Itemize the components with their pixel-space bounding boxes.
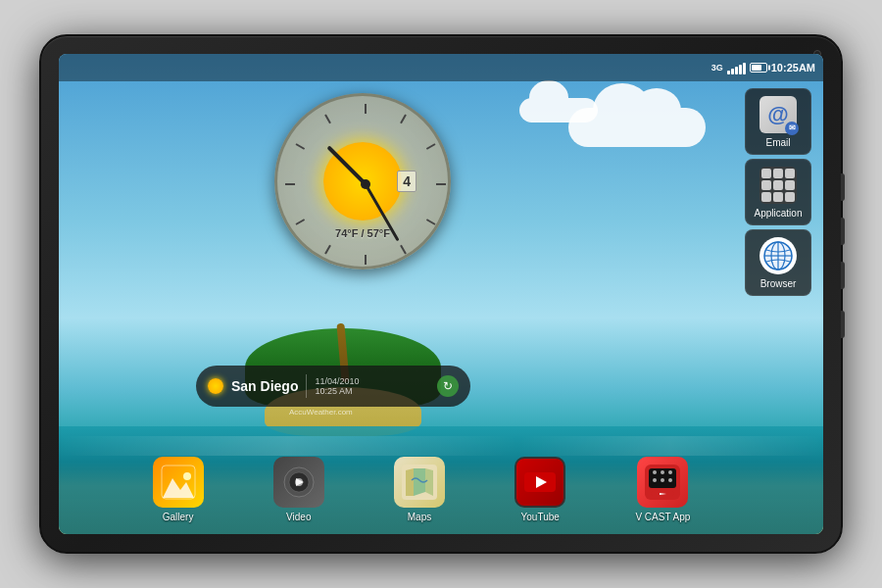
- svg-point-21: [183, 472, 191, 480]
- applications-icon: [760, 167, 797, 204]
- svg-point-14: [361, 179, 370, 189]
- svg-point-33: [661, 470, 664, 474]
- youtube-app[interactable]: YouTube: [514, 457, 565, 522]
- applications-label: Application: [755, 208, 803, 219]
- vcast-label: V CAST App: [635, 512, 690, 522]
- refresh-icon[interactable]: ↻: [437, 375, 459, 397]
- gallery-app[interactable]: Gallery: [153, 457, 204, 522]
- svg-point-35: [653, 478, 657, 482]
- gallery-icon: [153, 457, 204, 508]
- weather-city: San Diego: [231, 378, 298, 394]
- applications-app[interactable]: Application: [745, 159, 811, 225]
- tablet-device: 3G 10:25AM: [39, 34, 843, 554]
- svg-line-4: [426, 220, 435, 224]
- video-icon: [273, 457, 324, 508]
- battery-fill: [752, 65, 761, 71]
- accuweather-label: AccuWeather.com: [289, 408, 353, 416]
- date-number: 4: [397, 171, 416, 192]
- svg-point-37: [668, 478, 672, 482]
- home-button[interactable]: [841, 311, 845, 338]
- email-badge: ✉: [785, 122, 799, 135]
- email-at-symbol: @: [767, 102, 788, 127]
- app-dock: Gallery Video: [118, 434, 725, 522]
- network-label: 3G: [711, 63, 723, 73]
- vcast-app[interactable]: V CAST App: [635, 457, 690, 522]
- power-button[interactable]: [841, 173, 845, 201]
- status-time: 10:25AM: [771, 62, 815, 74]
- svg-line-12: [329, 148, 366, 184]
- svg-marker-20: [163, 478, 194, 498]
- email-icon: @ ✉: [760, 96, 797, 133]
- signal-bar-4: [739, 65, 742, 74]
- screen: 3G 10:25AM: [59, 54, 823, 534]
- maps-label: Maps: [408, 512, 431, 522]
- weather-sun-icon: [208, 378, 223, 394]
- svg-line-5: [401, 245, 406, 254]
- signal-bar-5: [743, 63, 746, 74]
- svg-line-2: [426, 144, 435, 149]
- volume-down-button[interactable]: [841, 262, 845, 289]
- clock-ticks: [277, 96, 448, 267]
- sidebar-apps: @ ✉ Email: [745, 88, 815, 296]
- screen-bezel: 3G 10:25AM: [59, 54, 823, 534]
- svg-line-10: [296, 144, 305, 149]
- email-app[interactable]: @ ✉ Email: [745, 88, 811, 155]
- weather-divider: [306, 374, 307, 398]
- status-icons: 3G 10:25AM: [711, 61, 815, 74]
- clock-face: 4 74°F / 57°F: [274, 93, 451, 270]
- battery-icon: [750, 63, 767, 73]
- svg-point-19: [764, 242, 792, 270]
- cloud-small: [519, 98, 598, 122]
- svg-line-7: [325, 245, 330, 254]
- volume-up-button[interactable]: [841, 218, 845, 245]
- signal-bar-3: [735, 67, 738, 74]
- browser-app[interactable]: Browser: [745, 229, 811, 296]
- signal-bar-1: [727, 71, 730, 74]
- vcast-icon: [637, 457, 688, 508]
- svg-line-11: [325, 115, 330, 123]
- weather-time: 10:25 AM: [315, 386, 359, 396]
- maps-icon: [394, 457, 445, 508]
- signal-strength: [727, 61, 746, 74]
- video-app[interactable]: Video: [273, 457, 324, 522]
- email-label: Email: [765, 137, 790, 148]
- weather-detail: 11/04/2010 10:25 AM: [315, 376, 359, 396]
- svg-point-32: [653, 470, 657, 474]
- temperature-display: 74°F / 57°F: [335, 227, 390, 239]
- gallery-label: Gallery: [163, 512, 194, 522]
- status-bar: 3G 10:25AM: [59, 54, 823, 81]
- maps-app[interactable]: Maps: [394, 457, 445, 522]
- browser-label: Browser: [760, 278, 797, 289]
- browser-icon: [760, 237, 797, 274]
- youtube-icon: [514, 457, 565, 508]
- svg-line-1: [401, 115, 406, 123]
- weather-bar: San Diego 11/04/2010 10:25 AM ↻: [196, 366, 470, 407]
- clock-widget: 4 74°F / 57°F: [274, 93, 451, 270]
- apps-grid: [761, 169, 795, 202]
- svg-point-34: [668, 470, 672, 474]
- youtube-label: YouTube: [521, 512, 560, 522]
- svg-point-36: [661, 478, 664, 482]
- video-label: Video: [286, 512, 311, 522]
- weather-date: 11/04/2010: [315, 376, 359, 386]
- svg-line-8: [296, 220, 305, 224]
- signal-bar-2: [731, 69, 734, 74]
- browser-globe: [762, 240, 794, 271]
